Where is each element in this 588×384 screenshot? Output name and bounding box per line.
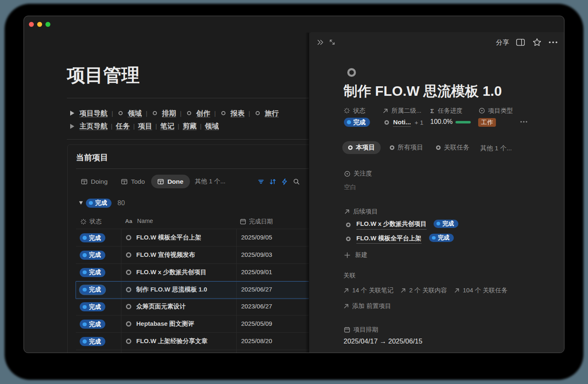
svg-text:Aa: Aa: [125, 218, 133, 224]
